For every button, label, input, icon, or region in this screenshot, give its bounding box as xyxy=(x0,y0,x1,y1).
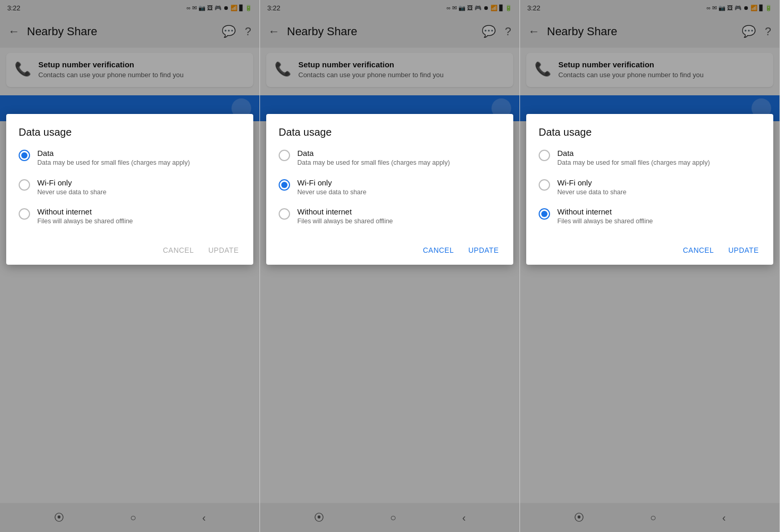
modal-overlay: Data usage Data Data may be used for sma… xyxy=(260,0,519,532)
update-button[interactable]: UPDATE xyxy=(466,242,501,258)
radio-title-offline: Without internet xyxy=(557,207,653,216)
radio-sub-offline: Files will always be shared offline xyxy=(557,217,653,226)
radio-label-data: Data Data may be used for small files (c… xyxy=(557,149,710,168)
modal-actions: CANCEL UPDATE xyxy=(279,237,501,258)
radio-label-data: Data Data may be used for small files (c… xyxy=(37,149,190,168)
radio-circle-wifi[interactable] xyxy=(19,179,30,191)
cancel-button[interactable]: CANCEL xyxy=(681,242,716,258)
radio-option-data[interactable]: Data Data may be used for small files (c… xyxy=(19,149,241,168)
phone-panel-2: 3:22 ∞ ✉ 📷 🖼 🎮 ⏺ 📶 ▊ 🔋 ← Nearby Share 💬 … xyxy=(260,0,520,532)
radio-option-offline[interactable]: Without internet Files will always be sh… xyxy=(19,207,241,226)
radio-title-wifi: Wi-Fi only xyxy=(37,178,106,187)
radio-label-data: Data Data may be used for small files (c… xyxy=(297,149,450,168)
radio-label-wifi: Wi-Fi only Never use data to share xyxy=(557,178,626,197)
radio-title-data: Data xyxy=(557,149,710,157)
radio-circle-wifi[interactable] xyxy=(279,179,290,191)
radio-option-wifi[interactable]: Wi-Fi only Never use data to share xyxy=(279,178,501,197)
radio-option-offline[interactable]: Without internet Files will always be sh… xyxy=(279,207,501,226)
modal-overlay: Data usage Data Data may be used for sma… xyxy=(520,0,779,532)
radio-sub-offline: Files will always be shared offline xyxy=(297,217,393,226)
radio-label-offline: Without internet Files will always be sh… xyxy=(557,207,653,226)
radio-title-data: Data xyxy=(297,149,450,157)
modal-title: Data usage xyxy=(19,126,241,138)
radio-circle-wifi[interactable] xyxy=(539,179,550,191)
cancel-button[interactable]: CANCEL xyxy=(161,242,196,258)
radio-sub-data: Data may be used for small files (charge… xyxy=(297,159,450,168)
phone-panel-3: 3:22 ∞ ✉ 📷 🖼 🎮 ⏺ 📶 ▊ 🔋 ← Nearby Share 💬 … xyxy=(520,0,780,532)
cancel-button[interactable]: CANCEL xyxy=(421,242,456,258)
modal-title: Data usage xyxy=(539,126,761,138)
modal-dialog: Data usage Data Data may be used for sma… xyxy=(526,114,773,265)
radio-label-offline: Without internet Files will always be sh… xyxy=(297,207,393,226)
radio-label-offline: Without internet Files will always be sh… xyxy=(37,207,133,226)
radio-title-data: Data xyxy=(37,149,190,157)
radio-circle-offline[interactable] xyxy=(279,208,290,220)
radio-sub-offline: Files will always be shared offline xyxy=(37,217,133,226)
modal-dialog: Data usage Data Data may be used for sma… xyxy=(266,114,513,265)
radio-option-wifi[interactable]: Wi-Fi only Never use data to share xyxy=(539,178,761,197)
radio-option-offline[interactable]: Without internet Files will always be sh… xyxy=(539,207,761,226)
radio-sub-wifi: Never use data to share xyxy=(557,188,626,197)
radio-option-data[interactable]: Data Data may be used for small files (c… xyxy=(279,149,501,168)
modal-overlay: Data usage Data Data may be used for sma… xyxy=(0,0,259,532)
radio-circle-data[interactable] xyxy=(279,150,290,161)
radio-label-wifi: Wi-Fi only Never use data to share xyxy=(37,178,106,197)
phone-panel-1: 3:22 ∞ ✉ 📷 🖼 🎮 ⏺ 📶 ▊ 🔋 ← Nearby Share 💬 … xyxy=(0,0,260,532)
radio-circle-data[interactable] xyxy=(19,150,30,161)
radio-title-offline: Without internet xyxy=(297,207,393,216)
radio-circle-offline[interactable] xyxy=(19,208,30,220)
update-button[interactable]: UPDATE xyxy=(206,242,241,258)
radio-sub-wifi: Never use data to share xyxy=(37,188,106,197)
radio-label-wifi: Wi-Fi only Never use data to share xyxy=(297,178,366,197)
radio-sub-wifi: Never use data to share xyxy=(297,188,366,197)
modal-actions: CANCEL UPDATE xyxy=(19,237,241,258)
radio-sub-data: Data may be used for small files (charge… xyxy=(557,159,710,168)
modal-actions: CANCEL UPDATE xyxy=(539,237,761,258)
radio-title-wifi: Wi-Fi only xyxy=(557,178,626,187)
update-button[interactable]: UPDATE xyxy=(726,242,761,258)
radio-circle-data[interactable] xyxy=(539,150,550,161)
radio-title-wifi: Wi-Fi only xyxy=(297,178,366,187)
radio-title-offline: Without internet xyxy=(37,207,133,216)
modal-title: Data usage xyxy=(279,126,501,138)
radio-sub-data: Data may be used for small files (charge… xyxy=(37,159,190,168)
radio-option-data[interactable]: Data Data may be used for small files (c… xyxy=(539,149,761,168)
radio-circle-offline[interactable] xyxy=(539,208,550,220)
radio-option-wifi[interactable]: Wi-Fi only Never use data to share xyxy=(19,178,241,197)
modal-dialog: Data usage Data Data may be used for sma… xyxy=(6,114,253,265)
